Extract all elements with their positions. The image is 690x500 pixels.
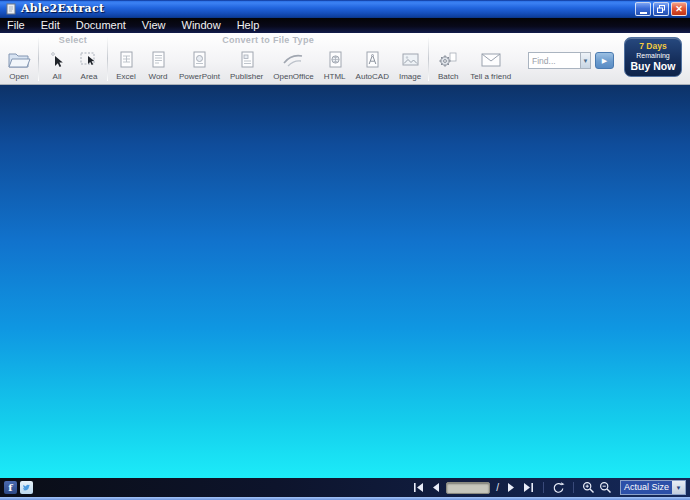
tool-label: Batch <box>438 72 458 81</box>
menu-document[interactable]: Document <box>68 18 134 33</box>
title-bar: Able2Extract ✕ <box>0 0 690 18</box>
zoom-out-icon <box>599 481 612 494</box>
open-folder-icon <box>7 47 31 70</box>
zoom-level-select[interactable]: Actual Size ▼ <box>620 480 686 495</box>
next-page-button[interactable] <box>505 481 518 494</box>
misc-group: Batch Tell a friend <box>431 33 516 84</box>
menu-edit[interactable]: Edit <box>33 18 68 33</box>
convert-word-button[interactable]: Word <box>142 46 174 84</box>
status-bar: f / <box>0 478 690 497</box>
document-viewport <box>0 85 690 478</box>
select-group-label: Select <box>41 33 105 46</box>
first-page-icon <box>413 482 424 493</box>
select-all-icon <box>46 47 68 70</box>
zoom-in-button[interactable] <box>582 481 595 494</box>
app-icon <box>5 3 17 15</box>
excel-doc-icon <box>115 47 137 70</box>
menu-window[interactable]: Window <box>174 18 229 33</box>
batch-button[interactable]: Batch <box>431 46 465 84</box>
openoffice-icon <box>281 47 305 70</box>
find-input[interactable] <box>528 52 580 69</box>
tool-label: Tell a friend <box>470 72 511 81</box>
select-all-button[interactable]: All <box>41 46 73 84</box>
page-separator: / <box>494 482 501 493</box>
restore-icon <box>657 5 665 13</box>
select-area-icon <box>78 47 100 70</box>
statusbar-separator <box>543 482 544 493</box>
last-page-button[interactable] <box>522 481 535 494</box>
close-icon: ✕ <box>675 5 683 14</box>
select-group: Select All <box>41 33 105 84</box>
image-icon <box>399 47 421 70</box>
zoom-level-value: Actual Size <box>621 481 672 494</box>
convert-group-label: Convert to File Type <box>110 33 426 46</box>
envelope-icon <box>479 47 503 70</box>
tool-label: Image <box>399 72 421 81</box>
tool-label: Publisher <box>230 72 263 81</box>
statusbar-separator <box>573 482 574 493</box>
rotate-icon <box>552 481 565 494</box>
prev-page-icon <box>431 482 440 493</box>
facebook-icon[interactable]: f <box>4 481 17 494</box>
tool-label: PowerPoint <box>179 72 220 81</box>
next-page-icon <box>507 482 516 493</box>
convert-excel-button[interactable]: Excel <box>110 46 142 84</box>
menu-file[interactable]: File <box>0 18 33 33</box>
toolbar-separator <box>428 36 429 81</box>
trial-days-text: 7 Days <box>639 41 666 51</box>
app-window: Able2Extract ✕ File Edit Document View W… <box>0 0 690 500</box>
convert-powerpoint-button[interactable]: PowerPoint <box>174 46 225 84</box>
html-doc-icon <box>324 47 346 70</box>
trial-remaining-text: Remaining <box>636 51 669 60</box>
tool-label: OpenOffice <box>273 72 313 81</box>
word-doc-icon <box>147 47 169 70</box>
play-icon: ▶ <box>602 57 607 65</box>
window-title: Able2Extract <box>21 0 104 18</box>
toolbar: Open Select All <box>0 33 690 85</box>
menu-help[interactable]: Help <box>229 18 268 33</box>
menu-view[interactable]: View <box>134 18 174 33</box>
tool-label: Open <box>9 72 29 81</box>
menu-bar: File Edit Document View Window Help <box>0 18 690 33</box>
tool-label: Excel <box>116 72 136 81</box>
find-dropdown-button[interactable]: ▼ <box>580 52 591 69</box>
toolbar-separator <box>38 36 39 81</box>
powerpoint-doc-icon <box>188 47 210 70</box>
tool-label: All <box>53 72 62 81</box>
tool-label: AutoCAD <box>356 72 389 81</box>
last-page-icon <box>523 482 534 493</box>
rotate-button[interactable] <box>552 481 565 494</box>
tool-label: HTML <box>324 72 346 81</box>
batch-gear-icon <box>436 47 460 70</box>
twitter-icon[interactable] <box>20 481 33 494</box>
convert-publisher-button[interactable]: Publisher <box>225 46 268 84</box>
page-number-input[interactable] <box>446 482 490 494</box>
tool-label: Area <box>81 72 98 81</box>
convert-html-button[interactable]: HTML <box>319 46 351 84</box>
find-go-button[interactable]: ▶ <box>595 52 614 69</box>
restore-button[interactable] <box>653 2 669 16</box>
buy-now-button[interactable]: 7 Days Remaining Buy Now <box>624 37 682 77</box>
tool-label: Word <box>149 72 168 81</box>
convert-group: Convert to File Type Excel <box>110 33 426 84</box>
prev-page-button[interactable] <box>429 481 442 494</box>
minimize-button[interactable] <box>635 2 651 16</box>
tell-a-friend-button[interactable]: Tell a friend <box>465 46 516 84</box>
select-area-button[interactable]: Area <box>73 46 105 84</box>
open-group: Open <box>2 33 36 84</box>
chevron-down-icon: ▼ <box>583 58 589 64</box>
zoom-in-icon <box>582 481 595 494</box>
publisher-doc-icon <box>236 47 258 70</box>
minimize-icon <box>640 12 647 14</box>
zoom-out-button[interactable] <box>599 481 612 494</box>
buy-now-label: Buy Now <box>631 60 676 73</box>
chevron-down-icon: ▼ <box>672 481 685 494</box>
close-button[interactable]: ✕ <box>671 2 687 16</box>
autocad-doc-icon <box>361 47 383 70</box>
first-page-button[interactable] <box>412 481 425 494</box>
find-area: ▼ ▶ <box>528 33 614 84</box>
open-button[interactable]: Open <box>2 46 36 84</box>
convert-autocad-button[interactable]: AutoCAD <box>351 46 394 84</box>
convert-openoffice-button[interactable]: OpenOffice <box>268 46 318 84</box>
convert-image-button[interactable]: Image <box>394 46 426 84</box>
